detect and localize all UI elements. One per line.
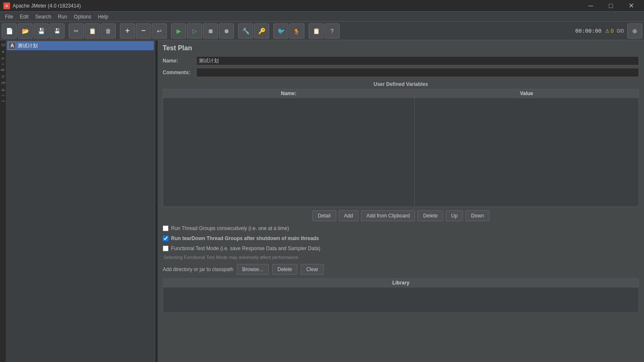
left-edge-panels: D e s i g n E d i t bbox=[0, 40, 6, 362]
clear-button[interactable]: Clear bbox=[301, 264, 324, 275]
maximize-button[interactable]: □ bbox=[601, 0, 621, 12]
variables-section: User Defined Variables Name: Value bbox=[163, 81, 639, 207]
clear-all-icon: 🔑 bbox=[258, 28, 265, 34]
edge-label-8[interactable]: i bbox=[1, 93, 5, 98]
warning-badge: ⚠ 0 bbox=[605, 28, 614, 34]
save-icon: 💾 bbox=[38, 28, 45, 34]
tree-item-test-plan[interactable]: A 测试计划 bbox=[7, 41, 154, 50]
undo-button[interactable]: ↩ bbox=[152, 23, 167, 39]
edge-label-7[interactable]: d bbox=[1, 87, 5, 93]
edge-label-3[interactable]: i bbox=[1, 62, 5, 66]
delete-toolbar-button[interactable]: 🗑 bbox=[101, 23, 116, 39]
detail-button[interactable]: Detail bbox=[312, 210, 336, 221]
edge-label-0[interactable]: D bbox=[1, 42, 5, 48]
open-button[interactable]: 📂 bbox=[18, 23, 33, 39]
menu-help[interactable]: Help bbox=[94, 13, 112, 21]
edge-label-9[interactable]: t bbox=[1, 99, 5, 103]
delete-icon: 🗑 bbox=[105, 28, 111, 34]
down-button[interactable]: Down bbox=[465, 210, 489, 221]
toolbar: 📄 📂 💾 💾 ✂ 📋 🗑 + − ↩ ▶ ▷ ⏹ ⏺ 🔧 � bbox=[0, 22, 644, 40]
error-count: 0/0 bbox=[617, 28, 624, 34]
vars-empty-name bbox=[163, 98, 415, 207]
comments-row: Comments: bbox=[163, 68, 639, 77]
stop-now-button[interactable]: ⏺ bbox=[219, 23, 234, 39]
minimize-button[interactable]: ─ bbox=[581, 0, 600, 12]
menu-file[interactable]: File bbox=[2, 13, 16, 21]
name-row: Name: bbox=[163, 56, 639, 65]
classpath-row: Add directory or jar to classpath Browse… bbox=[163, 264, 639, 275]
clear-all-button[interactable]: 🔑 bbox=[254, 23, 269, 39]
run-button[interactable]: ▶ bbox=[171, 23, 186, 39]
stop-now-icon: ⏺ bbox=[223, 28, 229, 34]
menu-run[interactable]: Run bbox=[55, 13, 70, 21]
log-viewer-button[interactable]: 📋 bbox=[309, 23, 324, 39]
functional-mode-row: Functional Test Mode (i.e. save Response… bbox=[163, 245, 639, 252]
add-toolbar-button[interactable]: + bbox=[120, 23, 135, 39]
toolbar-right: 00:00:00 ⚠ 0 0/0 ⊕ bbox=[575, 23, 642, 39]
function-helper-icon: 🐦 bbox=[278, 28, 285, 34]
stop-button[interactable]: ⏹ bbox=[203, 23, 218, 39]
name-label: Name: bbox=[163, 58, 196, 64]
help-icon: ? bbox=[330, 28, 334, 34]
library-table: Library bbox=[163, 278, 639, 313]
run-thread-groups-checkbox[interactable] bbox=[163, 225, 169, 231]
tree-item-label: 测试计划 bbox=[18, 42, 38, 49]
delete-button[interactable]: Delete bbox=[418, 210, 443, 221]
menu-search[interactable]: Search bbox=[32, 13, 55, 21]
cut-button[interactable]: ✂ bbox=[69, 23, 84, 39]
run-thread-groups-row: Run Thread Groups consecutively (i.e. on… bbox=[163, 225, 639, 232]
menu-options[interactable]: Options bbox=[70, 13, 94, 21]
warning-icon: ⚠ bbox=[605, 28, 610, 34]
remove-toolbar-button[interactable]: − bbox=[136, 23, 151, 39]
browse-button[interactable]: Browse... bbox=[237, 264, 269, 275]
close-button[interactable]: ✕ bbox=[621, 0, 641, 12]
comments-input[interactable] bbox=[196, 68, 639, 77]
functional-mode-checkbox[interactable] bbox=[163, 246, 169, 251]
run-thread-groups-label: Run Thread Groups consecutively (i.e. on… bbox=[171, 225, 289, 231]
classpath-delete-button[interactable]: Delete bbox=[272, 264, 298, 275]
col-value: Value bbox=[414, 89, 639, 98]
content-panel: Test Plan Name: Comments: User Defined V… bbox=[158, 40, 644, 362]
zoom-button[interactable]: ⊕ bbox=[627, 23, 642, 39]
menu-bar: File Edit Search Run Options Help bbox=[0, 12, 644, 22]
add-button[interactable]: Add bbox=[339, 210, 358, 221]
vars-empty-value bbox=[414, 98, 639, 207]
run-teardown-checkbox[interactable] bbox=[163, 235, 169, 241]
functional-mode-label: Functional Test Mode (i.e. save Response… bbox=[171, 246, 320, 251]
jmeter-properties-button[interactable]: 🐓 bbox=[289, 23, 304, 39]
run-no-pause-button[interactable]: ▷ bbox=[187, 23, 202, 39]
edge-label-4[interactable]: g bbox=[1, 67, 5, 73]
up-button[interactable]: Up bbox=[446, 210, 463, 221]
tree-view: A 测试计划 bbox=[6, 40, 155, 51]
edge-label-1[interactable]: e bbox=[1, 49, 5, 55]
title-bar-left: A Apache JMeter (4.0 r1823414) bbox=[3, 3, 81, 9]
edge-label-6[interactable]: E bbox=[1, 80, 5, 86]
add-from-clipboard-button[interactable]: Add from Clipboard bbox=[361, 210, 415, 221]
save-as-button[interactable]: 💾 bbox=[49, 23, 65, 39]
window-controls: ─ □ ✕ bbox=[581, 0, 641, 12]
run-teardown-row: Run tearDown Thread Groups after shutdow… bbox=[163, 235, 639, 242]
copy-button[interactable]: 📋 bbox=[85, 23, 100, 39]
save-button[interactable]: 💾 bbox=[34, 23, 49, 39]
zoom-icon: ⊕ bbox=[632, 28, 637, 34]
help-toolbar-button[interactable]: ? bbox=[325, 23, 340, 39]
run-no-pause-icon: ▷ bbox=[192, 28, 197, 34]
menu-edit[interactable]: Edit bbox=[16, 13, 32, 21]
open-icon: 📂 bbox=[22, 28, 29, 34]
edge-label-2[interactable]: s bbox=[1, 56, 5, 61]
variables-empty-row bbox=[163, 98, 639, 207]
function-helper-button[interactable]: 🐦 bbox=[273, 23, 288, 39]
app-icon: A bbox=[3, 3, 10, 9]
app-title: Apache JMeter (4.0 r1823414) bbox=[13, 3, 81, 9]
run-teardown-label: Run tearDown Thread Groups after shutdow… bbox=[171, 235, 319, 241]
classpath-label: Add directory or jar to classpath bbox=[163, 266, 234, 272]
library-empty-row bbox=[163, 287, 639, 313]
name-input[interactable] bbox=[196, 56, 639, 65]
stop-icon: ⏹ bbox=[208, 28, 213, 34]
edge-label-5[interactable]: n bbox=[1, 74, 5, 80]
new-button[interactable]: 📄 bbox=[2, 23, 17, 39]
copy-icon: 📋 bbox=[89, 28, 96, 34]
library-col: Library bbox=[163, 279, 639, 287]
clear-button[interactable]: 🔧 bbox=[238, 23, 253, 39]
functional-note: Selecting Functional Test Mode may adver… bbox=[163, 255, 639, 260]
